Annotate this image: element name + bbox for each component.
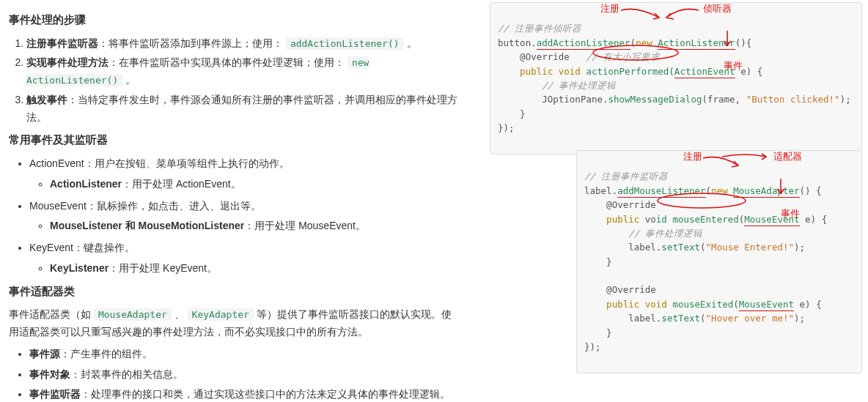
code-inline: MouseAdapter [94,308,172,321]
list-item: ActionEvent：用户在按钮、菜单项等组件上执行的动作。 ActionLi… [29,155,460,193]
code-snippet-2: // 注册事件监听器 label.addMouseListener(new Mo… [576,150,862,373]
list-item: 事件对象：封装事件的相关信息。 [29,366,460,384]
list-item: 触发事件：当特定事件发生时，事件源会通知所有注册的事件监听器，并调用相应的事件处… [26,92,460,127]
code-snippet-1: // 注册事件侦听器 button.addActionListener(new … [490,2,862,155]
section1-title: 事件处理的步骤 [9,10,460,29]
list-item: ActionListener：用于处理 ActionEvent。 [50,176,460,193]
list-item: MouseEvent：鼠标操作，如点击、进入、退出等。 MouseListene… [29,198,460,236]
annotation-adapter: 适配器 [773,149,802,164]
list-item: KeyEvent：键盘操作。 KeyListener：用于处理 KeyEvent… [29,239,460,278]
section3-bullets: 事件源：产生事件的组件。 事件对象：封装事件的相关信息。 事件监听器：处理事件的… [29,346,460,402]
list-item: 事件源：产生事件的组件。 [29,346,460,363]
code-inline: KeyAdapter [188,308,254,321]
list-item: 实现事件处理方法：在事件监听器中实现具体的事件处理逻辑；使用： new Acti… [26,54,460,89]
list-item: MouseListener 和 MouseMotionListener：用于处理… [50,217,460,235]
annotation-listener: 侦听器 [703,1,732,16]
list-item: KeyListener：用于处理 KeyEvent。 [50,260,460,278]
code-inline: addActionListener() [286,37,404,50]
section3-title: 事件适配器类 [9,282,460,301]
list-item: 事件监听器：处理事件的接口和类，通过实现这些接口中的方法来定义具体的事件处理逻辑… [29,386,460,402]
annotation-register: 注册 [600,1,619,16]
section1-list: 注册事件监听器：将事件监听器添加到事件源上；使用： addActionListe… [26,35,460,127]
section3-intro: 事件适配器类（如 MouseAdapter 、 KeyAdapter 等）提供了… [9,306,460,341]
section2-list: ActionEvent：用户在按钮、菜单项等组件上执行的动作。 ActionLi… [29,155,460,278]
section2-title: 常用事件及其监听器 [9,130,460,149]
annotation-register: 注册 [683,149,702,164]
article-body: 事件处理的步骤 注册事件监听器：将事件监听器添加到事件源上；使用： addAct… [0,0,469,402]
list-item: 注册事件监听器：将事件监听器添加到事件源上；使用： addActionListe… [26,35,460,53]
